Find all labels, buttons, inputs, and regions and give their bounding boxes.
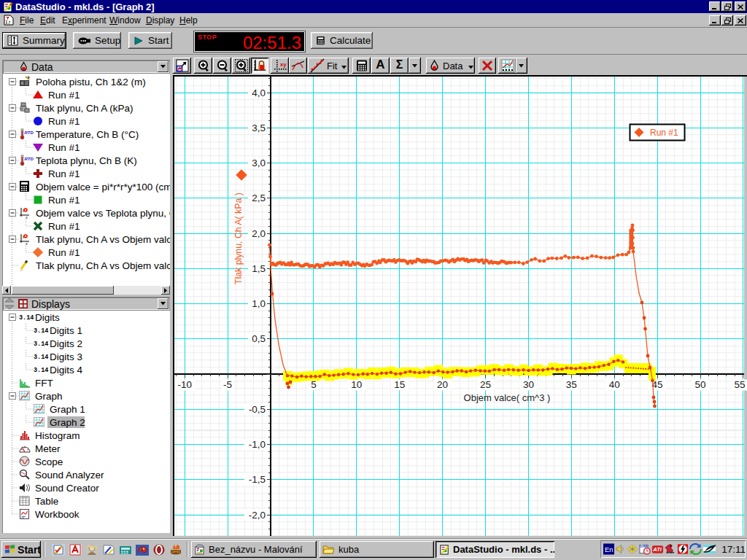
svg-text:30: 30 (523, 379, 534, 390)
svg-text:-1,0: -1,0 (249, 439, 266, 450)
svg-text:-10: -10 (177, 379, 192, 390)
svg-text:10: 10 (351, 379, 362, 390)
svg-text:Tlak plynu, Ch A( kPa ): Tlak plynu, Ch A( kPa ) (233, 192, 244, 284)
svg-text:2,0: 2,0 (252, 228, 266, 239)
svg-text:4,0: 4,0 (252, 88, 266, 98)
svg-text:1,0: 1,0 (252, 298, 266, 309)
svg-text:Run #1: Run #1 (650, 128, 678, 138)
svg-text:Objem valce( cm^3 ): Objem valce( cm^3 ) (464, 392, 551, 403)
svg-text:ATi: ATi (653, 546, 662, 553)
svg-text:35: 35 (566, 379, 577, 390)
svg-text:2,5: 2,5 (252, 192, 266, 203)
svg-text:-0,5: -0,5 (249, 404, 266, 415)
svg-text:-5: -5 (223, 379, 232, 390)
svg-text:25: 25 (480, 379, 491, 390)
svg-text:3,0: 3,0 (252, 158, 266, 168)
svg-text:20: 20 (437, 379, 448, 390)
svg-text:1,5: 1,5 (252, 263, 266, 274)
svg-text:15: 15 (394, 379, 405, 390)
svg-text:50: 50 (694, 379, 705, 390)
svg-text:3,5: 3,5 (252, 122, 266, 133)
svg-text:0,5: 0,5 (252, 333, 266, 344)
svg-text:55: 55 (734, 379, 745, 390)
svg-text:-1,5: -1,5 (249, 474, 266, 485)
svg-text:-2,0: -2,0 (249, 510, 266, 521)
svg-text:En: En (605, 545, 614, 553)
svg-text:40: 40 (609, 379, 620, 390)
svg-text:30: 30 (640, 545, 643, 548)
